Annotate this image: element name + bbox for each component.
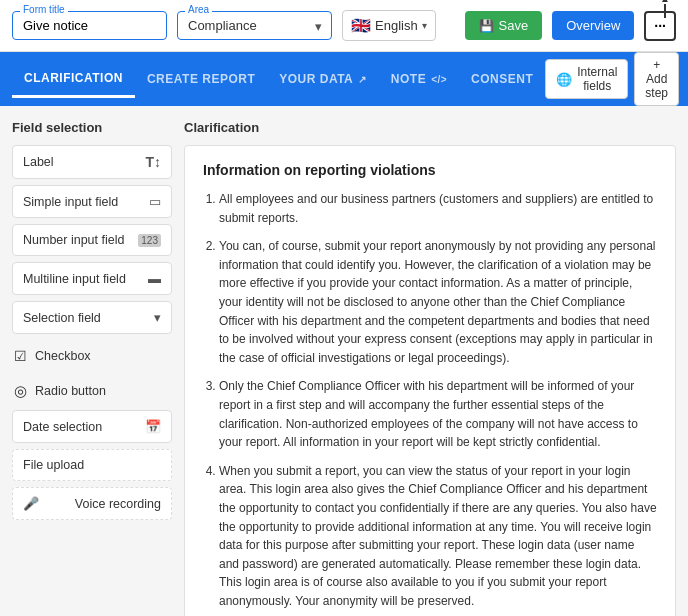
field-item-simple-input[interactable]: Simple input field ▭ xyxy=(12,185,172,218)
nav-tabs: CLARIFICATION CREATE REPORT YOUR DATA ↗ … xyxy=(0,52,688,106)
field-item-number-input[interactable]: Number input field 123 xyxy=(12,224,172,256)
form-title-label: Form title xyxy=(20,4,68,15)
radio-icon: ◎ xyxy=(14,382,27,400)
language-selector[interactable]: 🇬🇧 English ▾ xyxy=(342,10,436,41)
save-icon: 💾 xyxy=(479,19,494,33)
field-item-selection[interactable]: Selection field ▾ xyxy=(12,301,172,334)
tab-your-data[interactable]: YOUR DATA ↗ xyxy=(267,62,379,96)
form-title-group: Form title xyxy=(12,11,167,40)
list-item: All employees and our business partners … xyxy=(219,190,657,227)
main-content: Field selection Label T↕ Simple input fi… xyxy=(0,106,688,616)
clarification-title: Clarification xyxy=(184,120,676,135)
multiline-icon: ▬ xyxy=(148,271,161,286)
tab-clarification[interactable]: CLARIFICATION xyxy=(12,61,135,98)
list-item: When you submit a report, you can view t… xyxy=(219,462,657,611)
content-heading: Information on reporting violations xyxy=(203,162,657,178)
content-list: All employees and our business partners … xyxy=(203,190,657,610)
save-button[interactable]: 💾 Save xyxy=(465,11,543,40)
tab-consent[interactable]: CONSENT xyxy=(459,62,545,96)
more-options-button[interactable]: ··· ▲ xyxy=(644,11,676,41)
field-item-label[interactable]: Label T↕ xyxy=(12,145,172,179)
number-icon: 123 xyxy=(138,234,161,247)
mic-icon: 🎤 xyxy=(23,496,39,511)
clarification-panel: Clarification Information on reporting v… xyxy=(184,120,676,616)
top-bar: Form title Area Compliance HR Finance 🇬🇧… xyxy=(0,0,688,52)
field-item-radio[interactable]: ◎ Radio button xyxy=(12,374,172,408)
field-item-multiline-input[interactable]: Multiline input field ▬ xyxy=(12,262,172,295)
area-label: Area xyxy=(185,4,212,15)
internal-fields-button[interactable]: 🌐 Internal fields xyxy=(545,59,628,99)
tab-note[interactable]: NOTE </> xyxy=(379,62,459,96)
text-format-icon: T↕ xyxy=(145,154,161,170)
tab-create-report[interactable]: CREATE REPORT xyxy=(135,62,267,96)
language-label: English xyxy=(375,18,418,33)
overview-button[interactable]: Overview xyxy=(552,11,634,40)
calendar-icon: 📅 xyxy=(145,419,161,434)
input-icon: ▭ xyxy=(149,194,161,209)
flag-icon: 🇬🇧 xyxy=(351,16,371,35)
field-selection-title: Field selection xyxy=(12,120,172,135)
field-selection-panel: Field selection Label T↕ Simple input fi… xyxy=(12,120,172,616)
field-item-file-upload[interactable]: File upload xyxy=(12,449,172,481)
chevron-down-icon: ▾ xyxy=(422,20,427,31)
external-link-icon: ↗ xyxy=(358,74,367,85)
field-item-date[interactable]: Date selection 📅 xyxy=(12,410,172,443)
globe-icon: 🌐 xyxy=(556,72,572,87)
dropdown-icon: ▾ xyxy=(154,310,161,325)
list-item: Only the Chief Compliance Officer with h… xyxy=(219,377,657,451)
list-item: You can, of course, submit your report a… xyxy=(219,237,657,367)
checkbox-icon: ☑ xyxy=(14,348,27,364)
code-icon: </> xyxy=(431,74,447,85)
field-item-checkbox[interactable]: ☑ Checkbox xyxy=(12,340,172,372)
add-step-button[interactable]: + Add step xyxy=(634,52,679,106)
field-item-voice-recording[interactable]: 🎤 Voice recording xyxy=(12,487,172,520)
form-title-input[interactable] xyxy=(12,11,167,40)
area-select[interactable]: Compliance HR Finance xyxy=(177,11,332,40)
area-group: Area Compliance HR Finance xyxy=(177,11,332,40)
content-box: Information on reporting violations All … xyxy=(184,145,676,616)
